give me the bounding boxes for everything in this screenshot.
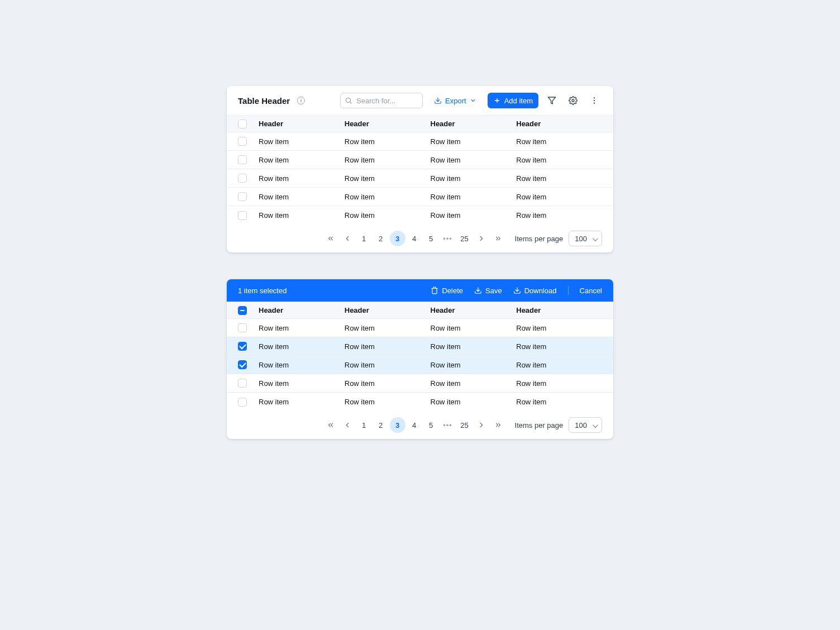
page-button[interactable]: 2 [373, 417, 389, 433]
table-cell: Row item [431, 156, 517, 164]
row-checkbox[interactable] [238, 323, 247, 332]
table-cell: Row item [431, 174, 517, 183]
table-row[interactable]: Row itemRow itemRow itemRow item [227, 337, 613, 356]
pagination-ellipsis: ••• [440, 417, 456, 433]
svg-point-4 [594, 103, 595, 104]
table-cell: Row item [431, 324, 517, 332]
page-button[interactable]: 4 [407, 417, 422, 433]
next-page-button[interactable] [474, 417, 489, 433]
gear-icon [569, 96, 578, 105]
prev-page-button[interactable] [340, 231, 355, 246]
save-button[interactable]: Save [474, 287, 502, 295]
select-all-checkbox[interactable] [238, 306, 247, 315]
table-cell: Row item [345, 361, 431, 369]
column-header[interactable]: Header [259, 306, 345, 314]
table-row[interactable]: Row itemRow itemRow itemRow item [227, 206, 613, 225]
table-cell: Row item [259, 137, 345, 146]
first-page-button[interactable] [323, 417, 338, 433]
cancel-button[interactable]: Cancel [580, 287, 602, 295]
page-button[interactable]: 5 [423, 231, 439, 246]
column-header[interactable]: Header [516, 306, 602, 314]
filter-icon [547, 96, 556, 105]
export-button[interactable]: Export [428, 93, 482, 108]
table-cell: Row item [345, 211, 431, 219]
data-table-selected-card: 1 item selected Delete Save Download Can… [227, 279, 613, 439]
table-row[interactable]: Row itemRow itemRow itemRow item [227, 132, 613, 151]
pagination-ellipsis: ••• [440, 231, 456, 246]
page-button[interactable]: 25 [457, 231, 472, 246]
row-checkbox[interactable] [238, 174, 247, 183]
table-row[interactable]: Row itemRow itemRow itemRow item [227, 374, 613, 393]
divider [568, 286, 569, 295]
table-cell: Row item [516, 174, 602, 183]
table-row[interactable]: Row itemRow itemRow itemRow item [227, 393, 613, 411]
table-row[interactable]: Row itemRow itemRow itemRow item [227, 188, 613, 206]
download-button[interactable]: Download [513, 287, 557, 295]
table-cell: Row item [516, 211, 602, 219]
row-checkbox[interactable] [238, 398, 247, 407]
table-row[interactable]: Row itemRow itemRow itemRow item [227, 169, 613, 188]
page-button[interactable]: 1 [356, 417, 372, 433]
table-row[interactable]: Row itemRow itemRow itemRow item [227, 151, 613, 169]
column-header[interactable]: Header [259, 120, 345, 128]
first-page-button[interactable] [323, 231, 338, 246]
items-per-page-label: Items per page [515, 421, 564, 429]
page-button[interactable]: 2 [373, 231, 389, 246]
pagination: 12345•••25Items per page100 [227, 225, 613, 252]
table-cell: Row item [516, 156, 602, 164]
table-cell: Row item [259, 361, 345, 369]
trash-icon [431, 287, 438, 294]
column-header[interactable]: Header [431, 306, 517, 314]
more-button[interactable] [586, 93, 602, 108]
table-cell: Row item [516, 379, 602, 388]
page-size-select[interactable]: 100 [569, 231, 602, 246]
page-button[interactable]: 3 [390, 231, 405, 246]
last-page-button[interactable] [490, 417, 506, 433]
table-cell: Row item [431, 361, 517, 369]
svg-point-0 [346, 98, 350, 102]
table-cell: Row item [516, 342, 602, 351]
prev-page-button[interactable] [340, 417, 355, 433]
page-button[interactable]: 1 [356, 231, 372, 246]
row-checkbox[interactable] [238, 155, 247, 164]
page-button[interactable]: 25 [457, 417, 472, 433]
row-checkbox[interactable] [238, 211, 247, 220]
next-page-button[interactable] [474, 231, 489, 246]
column-header[interactable]: Header [345, 306, 431, 314]
page-button[interactable]: 4 [407, 231, 422, 246]
table-cell: Row item [345, 342, 431, 351]
table-title: Table Header [238, 96, 290, 106]
row-checkbox[interactable] [238, 342, 247, 351]
table-cell: Row item [431, 398, 517, 406]
table-header-row: Header Header Header Header [227, 302, 613, 319]
settings-button[interactable] [565, 93, 581, 108]
table-cell: Row item [345, 398, 431, 406]
delete-button[interactable]: Delete [431, 287, 463, 295]
table-cell: Row item [516, 398, 602, 406]
chevron-down-icon [470, 97, 476, 104]
column-header[interactable]: Header [516, 120, 602, 128]
table-row[interactable]: Row itemRow itemRow itemRow item [227, 356, 613, 374]
column-header[interactable]: Header [431, 120, 517, 128]
row-checkbox[interactable] [238, 137, 247, 146]
column-header[interactable]: Header [345, 120, 431, 128]
table-cell: Row item [431, 342, 517, 351]
page-button[interactable]: 5 [423, 417, 439, 433]
page-button[interactable]: 3 [390, 417, 405, 433]
table-row[interactable]: Row itemRow itemRow itemRow item [227, 319, 613, 337]
row-checkbox[interactable] [238, 360, 247, 369]
select-all-checkbox[interactable] [238, 120, 247, 128]
table-cell: Row item [516, 361, 602, 369]
table-cell: Row item [259, 211, 345, 219]
info-icon[interactable]: i [297, 97, 305, 104]
table-cell: Row item [516, 324, 602, 332]
page-size-select[interactable]: 100 [569, 417, 602, 433]
row-checkbox[interactable] [238, 192, 247, 201]
row-checkbox[interactable] [238, 379, 247, 388]
last-page-button[interactable] [490, 231, 506, 246]
add-item-button[interactable]: Add item [488, 93, 538, 108]
filter-button[interactable] [544, 93, 560, 108]
search-input[interactable] [340, 93, 423, 108]
table-cell: Row item [259, 324, 345, 332]
table-cell: Row item [516, 193, 602, 201]
